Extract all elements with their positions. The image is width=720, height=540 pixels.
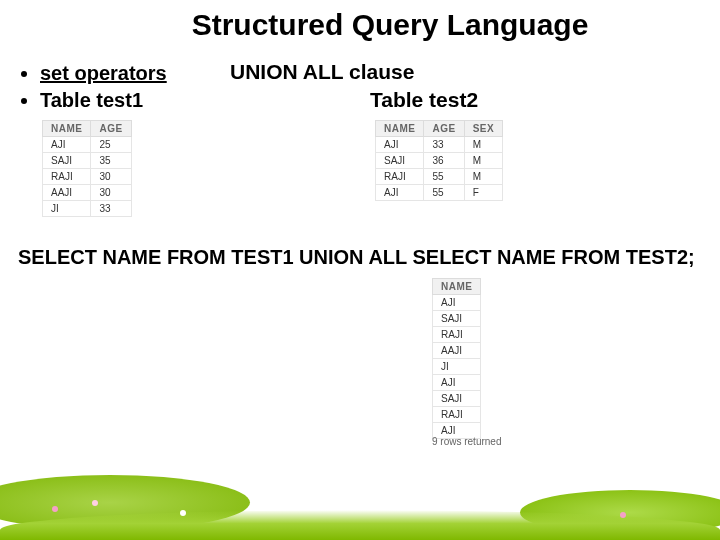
col-name: NAME — [433, 279, 481, 295]
sql-statement: SELECT NAME FROM TEST1 UNION ALL SELECT … — [18, 246, 695, 269]
table-row: AJI — [433, 295, 481, 311]
table-row: SAJI36M — [376, 153, 503, 169]
table2-label: Table test2 — [370, 88, 478, 112]
col-name: NAME — [43, 121, 91, 137]
table-row: JI — [433, 359, 481, 375]
table-row: AJI — [433, 375, 481, 391]
clause-label: UNION ALL clause — [230, 60, 414, 84]
grass-decoration — [0, 470, 720, 540]
col-sex: SEX — [464, 121, 503, 137]
rows-returned-label: 9 rows returned — [432, 436, 501, 447]
table-row: AAJI — [433, 343, 481, 359]
table-test2: NAME AGE SEX AJI33M SAJI36M RAJI55M AJI5… — [375, 120, 503, 201]
table-header-row: NAME — [433, 279, 481, 295]
table-result: NAME AJI SAJI RAJI AAJI JI AJI SAJI RAJI… — [432, 278, 481, 439]
table-row: AAJI30 — [43, 185, 132, 201]
slide: Structured Query Language set operators … — [0, 0, 720, 540]
table-row: AJI33M — [376, 137, 503, 153]
bullet-set-operators: set operators — [40, 60, 218, 87]
table-row: SAJI — [433, 311, 481, 327]
table-row: RAJI — [433, 327, 481, 343]
table-row: RAJI55M — [376, 169, 503, 185]
table-header-row: NAME AGE — [43, 121, 132, 137]
col-name: NAME — [376, 121, 424, 137]
bullet-label: set operators — [40, 62, 167, 84]
bullet-label: Table test1 — [40, 89, 143, 111]
col-age: AGE — [424, 121, 464, 137]
table-row: RAJI — [433, 407, 481, 423]
table-row: SAJI — [433, 391, 481, 407]
table-row: RAJI30 — [43, 169, 132, 185]
slide-title: Structured Query Language — [60, 0, 720, 42]
col-age: AGE — [91, 121, 131, 137]
table-header-row: NAME AGE SEX — [376, 121, 503, 137]
table-row: AJI55F — [376, 185, 503, 201]
table-row: JI33 — [43, 201, 132, 217]
table-row: AJI25 — [43, 137, 132, 153]
table-row: SAJI35 — [43, 153, 132, 169]
table-test1: NAME AGE AJI25 SAJI35 RAJI30 AAJI30 JI33 — [42, 120, 132, 217]
bullet-list: set operators Table test1 — [18, 60, 218, 114]
bullet-table-test1: Table test1 — [40, 87, 218, 114]
